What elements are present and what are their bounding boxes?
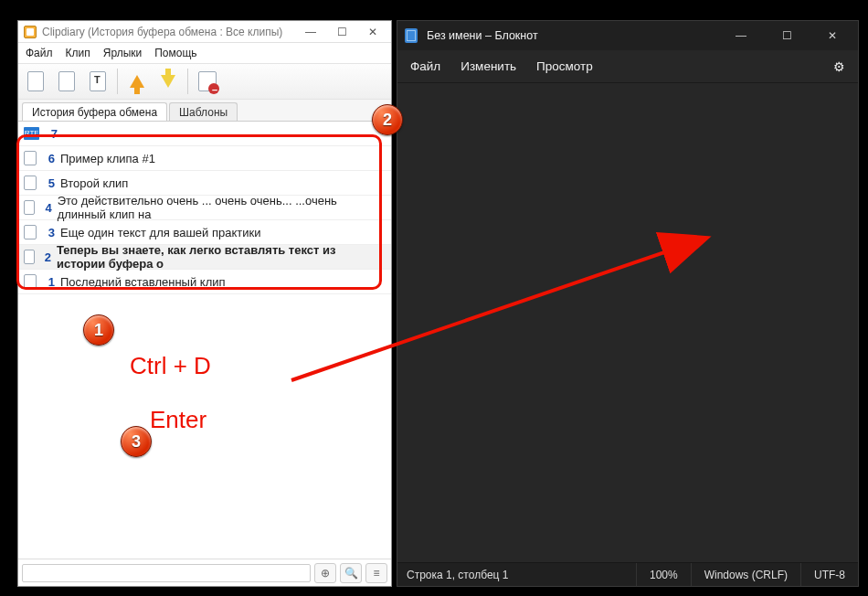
notepad-titlebar: Без имени – Блокнот — ☐ ✕ [397, 21, 858, 50]
notepad-app-icon [405, 28, 418, 43]
toolbar-separator [117, 69, 118, 94]
toolbar-text-button[interactable] [84, 67, 111, 96]
clipdiary-toolbar [18, 63, 391, 100]
status-encoding: UTF-8 [800, 563, 858, 586]
search-input[interactable] [22, 564, 311, 582]
minimize-button[interactable]: — [723, 23, 759, 48]
close-button[interactable]: ✕ [360, 23, 386, 41]
maximize-button[interactable]: ☐ [329, 23, 355, 41]
toolbar-down-button[interactable] [154, 67, 182, 96]
clipdiary-tabs: История буфера обмена Шаблоны [18, 100, 391, 122]
annotation-highlight-box [16, 134, 382, 290]
settings-gear-icon[interactable]: ⚙ [833, 59, 845, 74]
menu-labels[interactable]: Ярлыки [103, 47, 143, 59]
clipdiary-titlebar: Clipdiary (История буфера обмена : Все к… [18, 21, 391, 43]
annotation-badge-3: 3 [121, 426, 152, 457]
clipdiary-menubar: Файл Клип Ярлыки Помощь [18, 43, 391, 63]
clipdiary-title: Clipdiary (История буфера обмена : Все к… [42, 26, 292, 38]
tab-templates[interactable]: Шаблоны [169, 102, 238, 121]
toolbar-delete-button[interactable] [194, 67, 221, 96]
tab-history[interactable]: История буфера обмена [22, 102, 167, 121]
close-button[interactable]: ✕ [814, 23, 851, 48]
status-eol: Windows (CRLF) [691, 563, 800, 586]
clipdiary-bottombar: ⊕ 🔍 ≡ [18, 559, 391, 586]
menu-file[interactable]: Файл [26, 47, 53, 59]
toolbar-up-button[interactable] [123, 67, 151, 96]
clipdiary-app-icon [24, 26, 37, 38]
notepad-text-area[interactable] [397, 83, 858, 562]
annotation-text-ctrld: Ctrl + D [130, 352, 211, 380]
clipdiary-window: Clipdiary (История буфера обмена : Все к… [17, 20, 392, 587]
menu-help[interactable]: Помощь [154, 47, 196, 59]
notepad-window: Без имени – Блокнот — ☐ ✕ Файл Изменить … [397, 20, 859, 587]
menu-view[interactable]: Просмотр [536, 59, 593, 73]
status-zoom: 100% [636, 563, 691, 586]
menu-edit[interactable]: Изменить [460, 59, 516, 73]
notepad-menubar: Файл Изменить Просмотр ⚙ [397, 50, 858, 83]
toolbar-separator [187, 69, 188, 94]
notepad-title: Без имени – Блокнот [427, 29, 714, 42]
notepad-statusbar: Строка 1, столбец 1 100% Windows (CRLF) … [397, 562, 858, 586]
search-button[interactable]: 🔍 [340, 563, 362, 583]
annotation-badge-1: 1 [83, 314, 114, 346]
annotation-badge-2: 2 [372, 104, 403, 135]
toolbar-copy-button[interactable] [53, 67, 80, 96]
zoom-fit-button[interactable]: ⊕ [314, 563, 336, 583]
menu-file[interactable]: Файл [410, 59, 440, 73]
minimize-button[interactable]: — [298, 23, 323, 41]
annotation-text-enter: Enter [150, 406, 206, 434]
status-cursor-pos: Строка 1, столбец 1 [397, 563, 521, 586]
menu-clip[interactable]: Клип [66, 47, 90, 59]
maximize-button[interactable]: ☐ [768, 23, 805, 48]
toolbar-paste-button[interactable] [22, 67, 49, 96]
filter-button[interactable]: ≡ [365, 563, 387, 583]
